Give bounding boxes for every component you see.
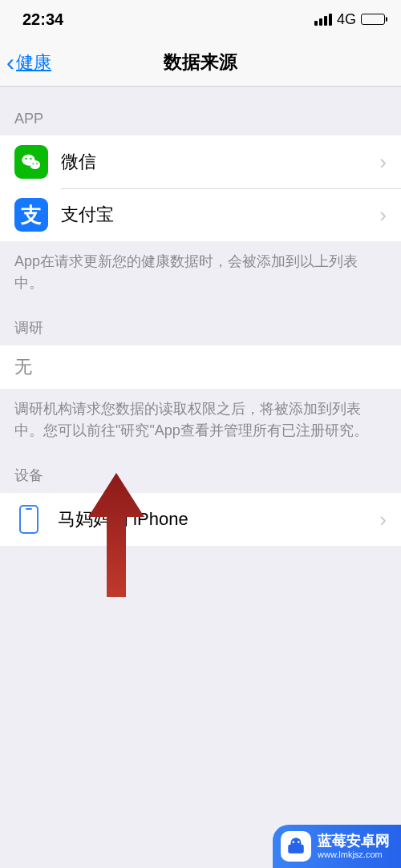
status-bar: 22:34 4G	[0, 0, 401, 38]
svg-point-8	[298, 841, 300, 843]
status-right: 4G	[314, 11, 385, 28]
svg-point-3	[30, 158, 31, 159]
page-title: 数据来源	[0, 50, 401, 75]
status-time: 22:34	[22, 10, 63, 29]
watermark-logo-icon	[281, 831, 311, 862]
chevron-right-icon: ›	[379, 507, 387, 532]
app-list: 微信 › 支 支付宝 ›	[0, 135, 401, 241]
app-row-alipay[interactable]: 支 支付宝 ›	[0, 188, 401, 241]
section-footer-research: 调研机构请求您数据的读取权限之后，将被添加到列表中。您可以前往"研究"App查看…	[0, 389, 401, 442]
back-label: 健康	[16, 50, 51, 75]
section-header-app: APP	[0, 87, 401, 135]
app-label: 支付宝	[61, 203, 379, 227]
signal-icon	[314, 14, 332, 26]
svg-point-4	[32, 163, 34, 164]
chevron-right-icon: ›	[379, 150, 387, 175]
svg-point-5	[36, 163, 38, 164]
app-row-wechat[interactable]: 微信 ›	[0, 135, 401, 188]
watermark-title: 蓝莓安卓网	[318, 833, 390, 850]
app-label: 微信	[61, 150, 379, 174]
alipay-icon: 支	[14, 198, 48, 232]
device-label: 马妈妈的 iPhone	[58, 507, 379, 531]
back-button[interactable]: ‹ 健康	[0, 50, 51, 75]
svg-point-2	[25, 158, 26, 159]
watermark-url: www.lmkjsz.com	[318, 850, 390, 860]
research-empty: 无	[0, 345, 401, 389]
chevron-right-icon: ›	[379, 203, 387, 228]
device-row[interactable]: 马妈妈的 iPhone ›	[0, 493, 401, 546]
section-footer-app: App在请求更新您的健康数据时，会被添加到以上列表中。	[0, 241, 401, 294]
svg-point-7	[292, 841, 294, 843]
section-header-devices: 设备	[0, 442, 401, 493]
iphone-icon	[19, 505, 38, 534]
network-label: 4G	[337, 11, 356, 28]
watermark: 蓝莓安卓网 www.lmkjsz.com	[273, 825, 401, 868]
section-header-research: 调研	[0, 294, 401, 345]
svg-point-1	[30, 160, 40, 169]
device-list: 马妈妈的 iPhone ›	[0, 493, 401, 546]
battery-icon	[361, 14, 385, 25]
nav-bar: ‹ 健康 数据来源	[0, 38, 401, 87]
wechat-icon	[14, 145, 48, 179]
chevron-left-icon: ‹	[6, 50, 14, 75]
